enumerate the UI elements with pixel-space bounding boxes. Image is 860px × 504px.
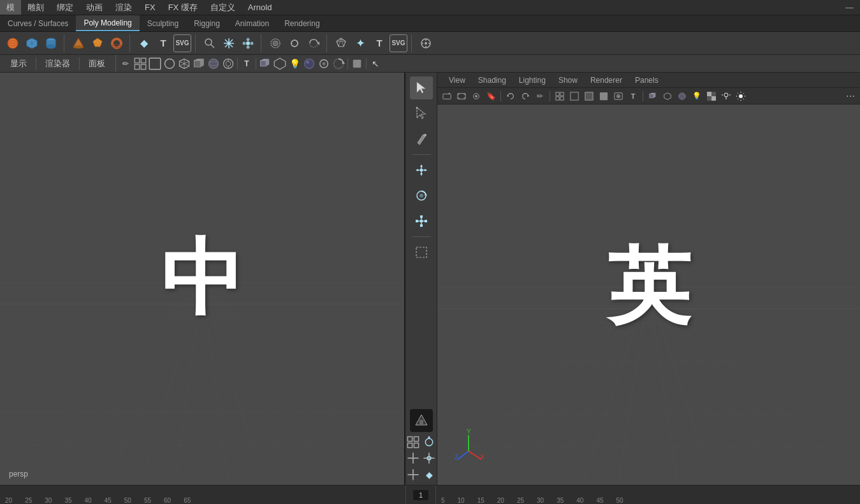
cube2-icon[interactable] bbox=[192, 57, 206, 71]
camera-icon[interactable] bbox=[440, 89, 454, 103]
menu-panels[interactable]: 面板 bbox=[82, 58, 112, 69]
3d-box2-vp-icon[interactable] bbox=[660, 89, 674, 103]
sphere-vp-icon[interactable] bbox=[675, 89, 689, 103]
checker-vp-icon[interactable] bbox=[704, 89, 718, 103]
photo-vp-icon[interactable] bbox=[611, 89, 625, 103]
diamond-icon[interactable]: ◆ bbox=[135, 34, 153, 52]
sun-vp-icon[interactable] bbox=[734, 89, 748, 103]
rect-icon[interactable] bbox=[148, 57, 162, 71]
menu-sculpt[interactable]: 雕刻 bbox=[21, 0, 50, 15]
svg-icon-2[interactable]: SVG bbox=[390, 34, 407, 52]
display-sphere-icon[interactable] bbox=[302, 57, 316, 71]
menu-bind[interactable]: 绑定 bbox=[50, 0, 80, 15]
current-frame-indicator[interactable]: 1 bbox=[413, 490, 428, 500]
snap-plus2-icon[interactable] bbox=[407, 468, 419, 481]
tab-rendering[interactable]: Rendering bbox=[277, 15, 327, 31]
tab-rigging[interactable]: Rigging bbox=[186, 15, 228, 31]
snap-rotate-icon[interactable] bbox=[423, 436, 435, 449]
tab-sculpting[interactable]: Sculpting bbox=[140, 15, 186, 31]
vp-tab-view[interactable]: View bbox=[442, 73, 472, 87]
star-icon[interactable]: ✦ bbox=[351, 34, 369, 52]
freeze-icon[interactable] bbox=[220, 34, 238, 52]
grid-vp-icon[interactable] bbox=[553, 89, 567, 103]
menu-fx[interactable]: FX bbox=[138, 0, 162, 15]
text-display-icon[interactable]: T bbox=[240, 57, 254, 71]
menu-renderer[interactable]: 渲染器 bbox=[39, 58, 77, 69]
menu-mo[interactable]: 模 bbox=[0, 0, 21, 15]
wrap-icon[interactable] bbox=[266, 34, 284, 52]
right-viewport[interactable]: 英 Z Y X bbox=[437, 104, 860, 485]
search-icon[interactable] bbox=[201, 34, 219, 52]
tab-animation[interactable]: Animation bbox=[228, 15, 277, 31]
fill-rect-icon[interactable] bbox=[350, 57, 364, 71]
cursor-end-icon[interactable]: ↖ bbox=[368, 57, 383, 71]
move-tool[interactable] bbox=[410, 159, 433, 182]
menu-anim[interactable]: 动画 bbox=[80, 0, 109, 15]
select-tool[interactable] bbox=[410, 76, 433, 99]
cylinder-tool-icon[interactable] bbox=[42, 34, 60, 52]
menu-fx-cache[interactable]: FX 缓存 bbox=[162, 0, 204, 15]
wireframe2-vp-icon[interactable] bbox=[582, 89, 596, 103]
snap-cross-icon[interactable] bbox=[423, 452, 435, 464]
3d-vp-icon[interactable] bbox=[646, 89, 660, 103]
rotate-tool[interactable] bbox=[410, 184, 433, 207]
facet-icon[interactable] bbox=[273, 57, 287, 71]
ring-icon[interactable] bbox=[221, 57, 235, 71]
outline-icon[interactable] bbox=[317, 57, 331, 71]
sphere2-icon[interactable] bbox=[207, 57, 221, 71]
wireframe-vp-icon[interactable] bbox=[567, 89, 581, 103]
menu-arnold[interactable]: Arnold bbox=[242, 0, 279, 15]
left-viewport[interactable]: 中 persp bbox=[0, 73, 404, 485]
pencil-tool-icon[interactable]: ✏ bbox=[119, 57, 133, 71]
pencil-vp-icon[interactable]: ✏ bbox=[533, 89, 547, 103]
tab-curves-surfaces[interactable]: Curves / Surfaces bbox=[0, 15, 76, 31]
3d-cube-icon[interactable] bbox=[177, 57, 191, 71]
snap-plus-icon[interactable] bbox=[407, 452, 419, 464]
menu-custom[interactable]: 自定义 bbox=[204, 0, 242, 15]
vp-tab-show[interactable]: Show bbox=[552, 73, 584, 87]
menu-render[interactable]: 渲染 bbox=[109, 0, 138, 15]
circle-icon[interactable] bbox=[163, 57, 177, 71]
ico-tool-icon[interactable] bbox=[89, 34, 106, 52]
vp-tab-panels[interactable]: Panels bbox=[629, 73, 665, 87]
snap-diamond-icon[interactable]: ◆ bbox=[423, 468, 435, 481]
last-tool[interactable] bbox=[410, 241, 433, 264]
maya-logo-icon[interactable] bbox=[410, 409, 433, 432]
torus-tool-icon[interactable] bbox=[108, 34, 126, 52]
light-icon[interactable]: 💡 bbox=[288, 57, 302, 71]
undo-cam-icon[interactable] bbox=[504, 89, 518, 103]
cube-tool-icon[interactable] bbox=[23, 34, 41, 52]
sphere-tool-icon[interactable] bbox=[4, 34, 22, 52]
vp-tab-shading[interactable]: Shading bbox=[472, 73, 513, 87]
solid-vp-icon[interactable] bbox=[597, 89, 611, 103]
bookmark-icon[interactable]: 🔖 bbox=[484, 89, 498, 103]
tab-poly-modeling[interactable]: Poly Modeling bbox=[76, 15, 139, 31]
icosphere-icon[interactable] bbox=[332, 34, 350, 52]
svg-tool-icon[interactable]: SVG bbox=[173, 34, 191, 52]
spinner-icon[interactable] bbox=[332, 57, 346, 71]
spin-icon[interactable] bbox=[305, 34, 323, 52]
scale-tool[interactable] bbox=[410, 210, 433, 233]
text-vp-icon[interactable]: T bbox=[626, 89, 640, 103]
flower-icon[interactable] bbox=[239, 34, 257, 52]
vp-tab-lighting[interactable]: Lighting bbox=[513, 73, 552, 87]
text-icon-2[interactable]: T bbox=[370, 34, 388, 52]
cone-tool-icon[interactable] bbox=[69, 34, 87, 52]
lattice-icon[interactable] bbox=[286, 34, 303, 52]
window-minimize-icon[interactable]: — bbox=[845, 3, 854, 12]
film-icon[interactable] bbox=[455, 89, 469, 103]
text-tool-icon[interactable]: T bbox=[154, 34, 172, 52]
settings-vp-icon[interactable] bbox=[469, 89, 483, 103]
snap-grid-icon[interactable] bbox=[407, 436, 419, 449]
grid-4-icon[interactable] bbox=[133, 57, 147, 71]
settings-circle-icon[interactable] bbox=[417, 34, 435, 52]
light2-vp-icon[interactable]: 💡 bbox=[690, 89, 704, 103]
light3-vp-icon[interactable] bbox=[719, 89, 733, 103]
paint-select-tool[interactable] bbox=[410, 127, 433, 150]
more-vp-icon[interactable]: ⋯ bbox=[843, 89, 857, 103]
redo-cam-icon[interactable] bbox=[518, 89, 532, 103]
3d-box-icon[interactable] bbox=[258, 57, 272, 71]
vp-tab-renderer[interactable]: Renderer bbox=[584, 73, 629, 87]
menu-display[interactable]: 显示 bbox=[4, 58, 33, 69]
lasso-select-tool[interactable] bbox=[410, 102, 433, 125]
